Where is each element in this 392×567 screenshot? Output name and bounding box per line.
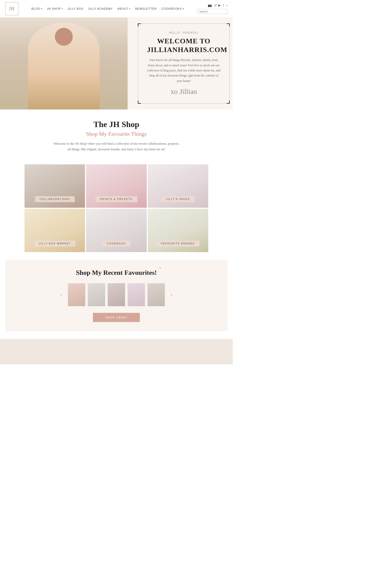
carousel-item[interactable] (68, 283, 85, 306)
nav-right: 📷 𝒫 ▶ f ♪ (197, 3, 228, 14)
shop-item-jillys-faves[interactable]: JILLY'S FAVES (148, 164, 208, 208)
welcome-content: HELLO, FRIENDS! WELCOME TO JILLIANHARRIS… (138, 23, 230, 104)
nav-newsletter[interactable]: NEWSLETTER (135, 7, 157, 10)
hero-welcome-panel: HELLO, FRIENDS! WELCOME TO JILLIANHARRIS… (128, 18, 233, 109)
carousel-item[interactable] (148, 283, 165, 306)
carousel-prev-button[interactable]: ‹ (58, 291, 65, 298)
shop-item-prints-presets[interactable]: PRINTS & PRESETS (86, 164, 146, 208)
hero-section: HELLO, FRIENDS! WELCOME TO JILLIANHARRIS… (0, 18, 233, 109)
facebook-icon[interactable]: f (223, 3, 224, 7)
recent-favourites-section: Shop My Recent Favourites! ‹ › SHOP HERE… (5, 260, 228, 331)
nav-links: BLOG ▾ JH SHOP ▾ JILLY BOX JILLY ACADEMY… (31, 7, 184, 10)
search-input[interactable] (197, 9, 228, 14)
product-carousel: ‹ › (10, 283, 223, 306)
site-logo[interactable]: JH (5, 2, 18, 15)
welcome-description: Your haven for all things lifestyle, fas… (147, 57, 220, 83)
carousel-items (68, 283, 165, 306)
social-icons: 📷 𝒫 ▶ f ♪ (208, 3, 228, 7)
shop-here-button[interactable]: SHOP HERE! (93, 313, 140, 322)
shop-item-label: COOKBOOK (102, 241, 130, 246)
recent-favourites-title: Shop My Recent Favourites! (76, 269, 157, 277)
shop-item-label: COLLABORATIONS (35, 196, 75, 202)
pinterest-icon[interactable]: 𝒫 (214, 3, 216, 7)
tiktok-icon[interactable]: ♪ (226, 3, 228, 7)
shop-item-label: FAVOURITE BRANDS (156, 241, 199, 246)
nav-cookbooks[interactable]: COOKBOOKS ▾ (161, 7, 184, 10)
shop-item-label: JILLY BOX MARKET (34, 241, 75, 246)
jh-shop-description: Welcome to the JH Shop! Here you will fi… (53, 141, 180, 152)
carousel-item[interactable] (108, 283, 125, 306)
shop-item-jilly-box-market[interactable]: JILLY BOX MARKET (24, 209, 85, 252)
carousel-item[interactable] (88, 283, 105, 306)
nav-jilly-academy[interactable]: JILLY ACADEMY (88, 7, 113, 10)
navigation: JH BLOG ▾ JH SHOP ▾ JILLY BOX JILLY ACAD… (0, 0, 233, 18)
chevron-down-icon: ▾ (129, 8, 130, 10)
chevron-down-icon: ▾ (62, 8, 63, 10)
shop-item-label: JILLY'S FAVES (161, 196, 194, 202)
shop-grid: COLLABORATIONS PRINTS & PRESETS JILLY'S … (19, 164, 213, 252)
nav-jh-shop[interactable]: JH SHOP ▾ (47, 7, 63, 10)
carousel-next-button[interactable]: › (168, 291, 175, 298)
welcome-title: WELCOME TO JILLIANHARRIS.COM (147, 37, 220, 54)
jh-shop-title: The JH Shop (5, 120, 228, 129)
hero-photo (0, 18, 128, 109)
shop-item-favourite-brands[interactable]: FAVOURITE BRANDS (148, 209, 208, 252)
shop-item-cookbook[interactable]: COOKBOOK (86, 209, 146, 252)
shop-item-collaborations[interactable]: COLLABORATIONS (24, 164, 85, 208)
hero-image (0, 18, 128, 109)
instagram-icon[interactable]: 📷 (208, 3, 212, 7)
chevron-down-icon: ▾ (41, 8, 42, 10)
youtube-icon[interactable]: ▶ (218, 3, 221, 7)
jh-shop-subtitle: Shop My Favourite Things (5, 131, 228, 137)
jh-shop-section: The JH Shop Shop My Favourite Things Wel… (0, 109, 233, 164)
carousel-item[interactable] (128, 283, 145, 306)
nav-about[interactable]: ABOUT ▾ (117, 7, 130, 10)
nav-jilly-box[interactable]: JILLY BOX (68, 7, 83, 10)
hello-label: HELLO, FRIENDS! (147, 31, 220, 34)
signature: xo Jillian (147, 88, 220, 96)
hero-person-figure (28, 23, 100, 109)
footer-teaser (0, 339, 233, 364)
nav-blog[interactable]: BLOG ▾ (31, 7, 42, 10)
chevron-down-icon: ▾ (183, 8, 184, 10)
shop-item-label: PRINTS & PRESETS (95, 196, 137, 202)
welcome-border-box: HELLO, FRIENDS! WELCOME TO JILLIANHARRIS… (138, 23, 230, 104)
